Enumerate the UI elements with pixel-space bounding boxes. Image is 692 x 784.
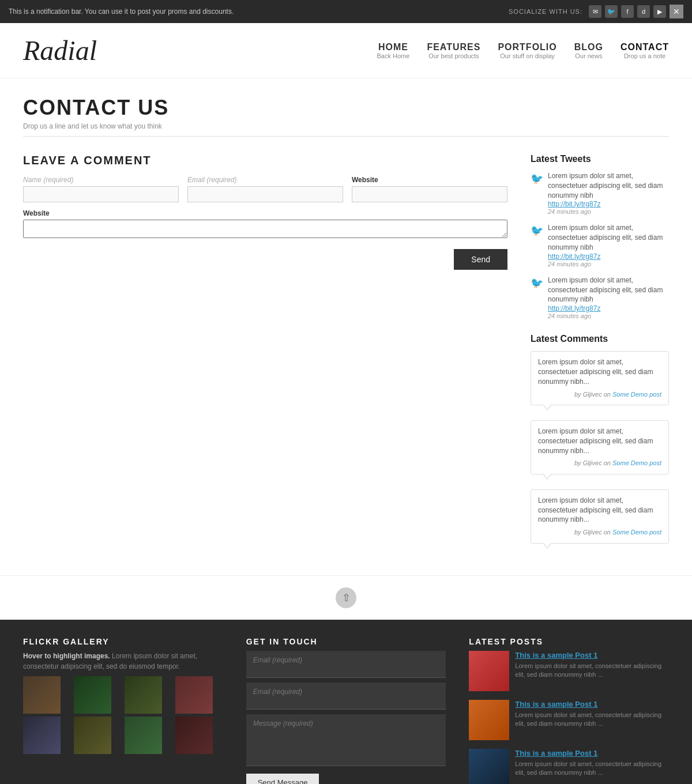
close-notification-button[interactable]: ✕ xyxy=(670,5,683,18)
nav-item-portfolio[interactable]: PORTFOLIO Our stuff on display xyxy=(498,42,556,59)
post-text-2: Lorem ipsum dolor sit amet, consectetuer… xyxy=(515,711,669,729)
tweet-item-3: 🐦 Lorem ipsum dolor sit amet, consectetu… xyxy=(531,276,669,319)
sidebar: Latest Tweets 🐦 Lorem ipsum dolor sit am… xyxy=(531,154,669,558)
email-social-icon[interactable]: ✉ xyxy=(589,5,601,18)
comment-post-link-2[interactable]: Some Demo post xyxy=(612,459,661,466)
email-group: Email (required) xyxy=(187,176,343,202)
tweet-text-3: Lorem ipsum dolor sit amet, consectetuer… xyxy=(548,276,663,304)
latest-comments-title: Latest Comments xyxy=(531,334,669,344)
page-subtitle: Drop us a line and let us know what you … xyxy=(23,122,669,130)
footer: FLICKR GALLERY Hover to highlight images… xyxy=(0,620,692,784)
post-title-2[interactable]: This is a sample Post 1 xyxy=(515,700,669,708)
get-in-touch-title: GET IN TOUCH xyxy=(246,637,446,646)
tweet-link-1[interactable]: http://bit.ly/trg87z xyxy=(548,200,669,208)
touch-form: Email (required) Email (required) Messag… xyxy=(246,651,446,784)
nav-subtitle-features: Our best products xyxy=(427,52,480,59)
post-title-3[interactable]: This is a sample Post 1 xyxy=(515,749,669,757)
flickr-thumb-2[interactable] xyxy=(74,676,111,714)
nav-title-blog: BLOG xyxy=(574,42,603,52)
message-textarea[interactable] xyxy=(23,220,507,238)
latest-posts-title: LATEST POSTS xyxy=(469,637,669,646)
back-to-top-button[interactable]: ⇧ xyxy=(336,587,356,608)
comment-text-1: Lorem ipsum dolor sit amet, consectetuer… xyxy=(538,358,653,386)
send-button[interactable]: Send xyxy=(454,249,507,270)
name-input[interactable] xyxy=(23,186,179,202)
touch-email1-wrapper: Email (required) xyxy=(246,651,446,678)
form-row-top: Name (required) Email (required) Website xyxy=(23,176,507,202)
latest-posts-section: LATEST POSTS This is a sample Post 1 Lor… xyxy=(469,637,669,784)
footer-grid: FLICKR GALLERY Hover to highlight images… xyxy=(23,637,669,784)
twitter-icon-1: 🐦 xyxy=(531,172,543,215)
tweet-text-2: Lorem ipsum dolor sit amet, consectetuer… xyxy=(548,224,663,251)
comment-box-1: Lorem ipsum dolor sit amet, consectetuer… xyxy=(531,351,669,405)
nav-item-features[interactable]: FEATURES Our best products xyxy=(427,42,480,59)
latest-post-1: This is a sample Post 1 Lorem ipsum dolo… xyxy=(469,651,669,691)
tweet-time-3: 24 minutes ago xyxy=(548,312,669,319)
touch-email1-input[interactable] xyxy=(253,665,439,673)
nav-subtitle-blog: Our news xyxy=(574,52,603,59)
comment-box-2: Lorem ipsum dolor sit amet, consectetuer… xyxy=(531,420,669,474)
tweet-link-3[interactable]: http://bit.ly/trg87z xyxy=(548,304,669,312)
tweet-link-2[interactable]: http://bit.ly/trg87z xyxy=(548,252,669,261)
nav-title-portfolio: PORTFOLIO xyxy=(498,42,556,52)
post-title-1[interactable]: This is a sample Post 1 xyxy=(515,651,669,659)
touch-message-textarea[interactable] xyxy=(253,728,439,756)
nav-title-home: HOME xyxy=(377,42,410,52)
touch-message-wrapper: Message (required) xyxy=(246,714,446,766)
tweet-time-2: 24 minutes ago xyxy=(548,261,669,267)
social-label: SOCIALIZE WITH US: xyxy=(509,8,582,15)
latest-tweets-section: Latest Tweets 🐦 Lorem ipsum dolor sit am… xyxy=(531,154,669,319)
email-input[interactable] xyxy=(187,186,343,202)
message-label: Website xyxy=(23,209,507,217)
nav-item-blog[interactable]: BLOG Our news xyxy=(574,42,603,59)
post-thumb-1 xyxy=(469,651,509,691)
comment-author-3: by Gljivec on Some Demo post xyxy=(538,528,661,537)
message-row: Website xyxy=(23,209,507,240)
post-thumb-2 xyxy=(469,700,509,740)
tweet-item-1: 🐦 Lorem ipsum dolor sit amet, consectetu… xyxy=(531,171,669,215)
flickr-thumb-7[interactable] xyxy=(125,717,162,754)
flickr-thumb-8[interactable] xyxy=(175,717,213,754)
flickr-thumb-5[interactable] xyxy=(23,717,61,754)
comment-post-link-1[interactable]: Some Demo post xyxy=(612,391,661,398)
comment-text-2: Lorem ipsum dolor sit amet, consectetuer… xyxy=(538,427,653,455)
send-message-button[interactable]: Send Message xyxy=(246,774,319,784)
digg-social-icon[interactable]: d xyxy=(637,5,650,18)
notification-text: This is a notification bar. You can use … xyxy=(9,7,234,16)
nav-subtitle-portfolio: Our stuff on display xyxy=(498,52,556,59)
tweet-content-1: Lorem ipsum dolor sit amet, consectetuer… xyxy=(548,171,669,215)
twitter-social-icon[interactable]: 🐦 xyxy=(605,5,618,18)
touch-email2-wrapper: Email (required) xyxy=(246,683,446,710)
comment-post-link-3[interactable]: Some Demo post xyxy=(612,529,661,536)
leave-comment-title: LEAVE A COMMENT xyxy=(23,154,507,167)
name-group: Name (required) xyxy=(23,176,179,202)
post-info-2: This is a sample Post 1 Lorem ipsum dolo… xyxy=(515,700,669,740)
tweet-content-3: Lorem ipsum dolor sit amet, consectetuer… xyxy=(548,276,669,319)
flickr-thumb-1[interactable] xyxy=(23,676,61,714)
youtube-social-icon[interactable]: ▶ xyxy=(653,5,666,18)
comment-author-2: by Gljivec on Some Demo post xyxy=(538,459,661,468)
post-text-3: Lorem ipsum dolor sit amet, consectetuer… xyxy=(515,760,669,778)
latest-post-2: This is a sample Post 1 Lorem ipsum dolo… xyxy=(469,700,669,740)
tweet-time-1: 24 minutes ago xyxy=(548,208,669,215)
flickr-thumb-3[interactable] xyxy=(125,676,162,714)
get-in-touch-section: GET IN TOUCH Email (required) Email (req… xyxy=(246,637,446,784)
post-text-1: Lorem ipsum dolor sit amet, consectetuer… xyxy=(515,662,669,680)
back-to-top: ⇧ xyxy=(0,575,692,620)
website-input[interactable] xyxy=(352,186,507,202)
nav-item-home[interactable]: HOME Back Home xyxy=(377,42,410,59)
flickr-section: FLICKR GALLERY Hover to highlight images… xyxy=(23,637,223,784)
nav-subtitle-contact: Drop us a note xyxy=(620,52,669,59)
nav-item-contact[interactable]: CONTACT Drop us a note xyxy=(620,42,669,59)
nav-title-features: FEATURES xyxy=(427,42,480,52)
flickr-thumb-6[interactable] xyxy=(74,717,111,754)
post-thumb-3 xyxy=(469,749,509,784)
latest-comments-section: Latest Comments Lorem ipsum dolor sit am… xyxy=(531,334,669,543)
name-label: Name (required) xyxy=(23,176,179,184)
flickr-thumb-4[interactable] xyxy=(175,676,213,714)
logo[interactable]: Radial xyxy=(23,35,97,66)
facebook-social-icon[interactable]: f xyxy=(621,5,634,18)
post-info-3: This is a sample Post 1 Lorem ipsum dolo… xyxy=(515,749,669,784)
latest-tweets-title: Latest Tweets xyxy=(531,154,669,164)
touch-email2-input[interactable] xyxy=(253,696,439,704)
